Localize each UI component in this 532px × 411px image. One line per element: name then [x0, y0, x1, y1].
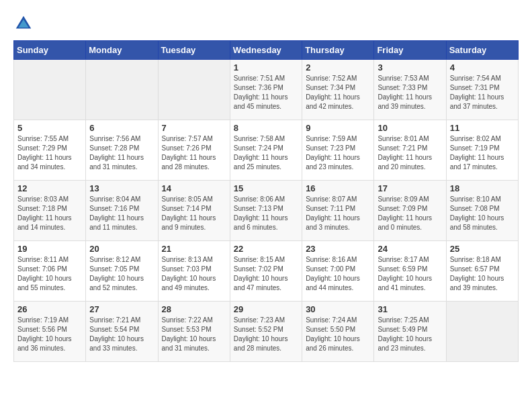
calendar-cell: 28Sunrise: 7:22 AM Sunset: 5:53 PM Dayli… [158, 302, 230, 362]
day-info: Sunrise: 7:21 AM Sunset: 5:54 PM Dayligh… [89, 316, 154, 353]
day-number: 24 [378, 244, 442, 254]
logo-icon [13, 13, 34, 34]
calendar-cell: 31Sunrise: 7:25 AM Sunset: 5:49 PM Dayli… [374, 302, 446, 362]
calendar-header-row: SundayMondayTuesdayWednesdayThursdayFrid… [14, 41, 519, 60]
day-number: 19 [17, 244, 82, 254]
calendar-cell: 8Sunrise: 7:58 AM Sunset: 7:24 PM Daylig… [230, 120, 302, 181]
calendar-cell: 16Sunrise: 8:07 AM Sunset: 7:11 PM Dayli… [302, 181, 374, 241]
day-info: Sunrise: 8:11 AM Sunset: 7:06 PM Dayligh… [17, 255, 82, 293]
day-info: Sunrise: 8:15 AM Sunset: 7:02 PM Dayligh… [234, 255, 298, 293]
day-info: Sunrise: 7:54 AM Sunset: 7:31 PM Dayligh… [450, 74, 515, 111]
calendar-cell: 5Sunrise: 7:55 AM Sunset: 7:29 PM Daylig… [14, 120, 86, 181]
header-sunday: Sunday [14, 41, 86, 60]
header-friday: Friday [374, 41, 446, 60]
calendar-cell: 7Sunrise: 7:57 AM Sunset: 7:26 PM Daylig… [158, 120, 230, 181]
day-number: 9 [306, 123, 370, 133]
calendar-cell: 26Sunrise: 7:19 AM Sunset: 5:56 PM Dayli… [14, 302, 86, 362]
day-number: 20 [89, 244, 154, 254]
logo [13, 13, 38, 34]
day-number: 22 [234, 244, 298, 254]
day-info: Sunrise: 7:55 AM Sunset: 7:29 PM Dayligh… [17, 134, 82, 172]
calendar-cell: 19Sunrise: 8:11 AM Sunset: 7:06 PM Dayli… [14, 241, 86, 302]
calendar-cell: 9Sunrise: 7:59 AM Sunset: 7:23 PM Daylig… [302, 120, 374, 181]
day-number: 28 [162, 304, 226, 314]
calendar-week-5: 26Sunrise: 7:19 AM Sunset: 5:56 PM Dayli… [14, 302, 519, 362]
day-info: Sunrise: 7:56 AM Sunset: 7:28 PM Dayligh… [89, 134, 154, 172]
calendar-cell: 30Sunrise: 7:24 AM Sunset: 5:50 PM Dayli… [302, 302, 374, 362]
day-number: 17 [378, 183, 442, 193]
calendar-cell: 15Sunrise: 8:06 AM Sunset: 7:13 PM Dayli… [230, 181, 302, 241]
day-number: 12 [17, 183, 82, 193]
day-number: 25 [450, 244, 515, 254]
day-info: Sunrise: 8:17 AM Sunset: 6:59 PM Dayligh… [378, 255, 442, 293]
header-wednesday: Wednesday [230, 41, 302, 60]
day-number: 2 [306, 62, 370, 73]
calendar-cell: 10Sunrise: 8:01 AM Sunset: 7:21 PM Dayli… [374, 120, 446, 181]
calendar-table: SundayMondayTuesdayWednesdayThursdayFrid… [13, 40, 519, 362]
calendar-cell: 13Sunrise: 8:04 AM Sunset: 7:16 PM Dayli… [86, 181, 158, 241]
calendar-cell: 20Sunrise: 8:12 AM Sunset: 7:05 PM Dayli… [86, 241, 158, 302]
day-number: 30 [306, 304, 370, 314]
calendar-cell [446, 302, 518, 362]
day-number: 5 [17, 123, 82, 133]
day-info: Sunrise: 8:02 AM Sunset: 7:19 PM Dayligh… [450, 134, 515, 172]
day-info: Sunrise: 8:13 AM Sunset: 7:03 PM Dayligh… [162, 255, 226, 293]
calendar-cell: 22Sunrise: 8:15 AM Sunset: 7:02 PM Dayli… [230, 241, 302, 302]
day-number: 8 [234, 123, 298, 133]
day-number: 4 [450, 62, 515, 73]
day-info: Sunrise: 7:24 AM Sunset: 5:50 PM Dayligh… [306, 316, 370, 353]
calendar-cell [158, 60, 230, 120]
day-info: Sunrise: 8:12 AM Sunset: 7:05 PM Dayligh… [89, 255, 154, 293]
day-info: Sunrise: 7:57 AM Sunset: 7:26 PM Dayligh… [162, 134, 226, 172]
calendar-week-3: 12Sunrise: 8:03 AM Sunset: 7:18 PM Dayli… [14, 181, 519, 241]
day-number: 10 [378, 123, 442, 133]
day-info: Sunrise: 8:03 AM Sunset: 7:18 PM Dayligh… [17, 195, 82, 232]
calendar-cell: 12Sunrise: 8:03 AM Sunset: 7:18 PM Dayli… [14, 181, 86, 241]
calendar-cell: 4Sunrise: 7:54 AM Sunset: 7:31 PM Daylig… [446, 60, 518, 120]
day-info: Sunrise: 8:16 AM Sunset: 7:00 PM Dayligh… [306, 255, 370, 293]
calendar-cell: 11Sunrise: 8:02 AM Sunset: 7:19 PM Dayli… [446, 120, 518, 181]
day-number: 13 [89, 183, 154, 193]
calendar-cell: 18Sunrise: 8:10 AM Sunset: 7:08 PM Dayli… [446, 181, 518, 241]
calendar-cell: 21Sunrise: 8:13 AM Sunset: 7:03 PM Dayli… [158, 241, 230, 302]
calendar-cell: 14Sunrise: 8:05 AM Sunset: 7:14 PM Dayli… [158, 181, 230, 241]
day-number: 6 [89, 123, 154, 133]
header-thursday: Thursday [302, 41, 374, 60]
day-info: Sunrise: 7:59 AM Sunset: 7:23 PM Dayligh… [306, 134, 370, 172]
calendar-week-1: 1Sunrise: 7:51 AM Sunset: 7:36 PM Daylig… [14, 60, 519, 120]
day-info: Sunrise: 7:52 AM Sunset: 7:34 PM Dayligh… [306, 74, 370, 111]
calendar-cell: 27Sunrise: 7:21 AM Sunset: 5:54 PM Dayli… [86, 302, 158, 362]
day-info: Sunrise: 7:23 AM Sunset: 5:52 PM Dayligh… [234, 316, 298, 353]
day-info: Sunrise: 8:01 AM Sunset: 7:21 PM Dayligh… [378, 134, 442, 172]
day-info: Sunrise: 7:53 AM Sunset: 7:33 PM Dayligh… [378, 74, 442, 111]
day-info: Sunrise: 8:06 AM Sunset: 7:13 PM Dayligh… [234, 195, 298, 232]
day-info: Sunrise: 8:10 AM Sunset: 7:08 PM Dayligh… [450, 195, 515, 232]
day-info: Sunrise: 7:22 AM Sunset: 5:53 PM Dayligh… [162, 316, 226, 353]
header-monday: Monday [86, 41, 158, 60]
calendar-cell: 29Sunrise: 7:23 AM Sunset: 5:52 PM Dayli… [230, 302, 302, 362]
calendar-cell: 24Sunrise: 8:17 AM Sunset: 6:59 PM Dayli… [374, 241, 446, 302]
calendar-cell: 17Sunrise: 8:09 AM Sunset: 7:09 PM Dayli… [374, 181, 446, 241]
day-number: 31 [378, 304, 442, 314]
calendar-cell: 25Sunrise: 8:18 AM Sunset: 6:57 PM Dayli… [446, 241, 518, 302]
calendar-cell: 1Sunrise: 7:51 AM Sunset: 7:36 PM Daylig… [230, 60, 302, 120]
day-info: Sunrise: 8:04 AM Sunset: 7:16 PM Dayligh… [89, 195, 154, 232]
header-saturday: Saturday [446, 41, 518, 60]
header-tuesday: Tuesday [158, 41, 230, 60]
calendar-week-2: 5Sunrise: 7:55 AM Sunset: 7:29 PM Daylig… [14, 120, 519, 181]
day-number: 15 [234, 183, 298, 193]
day-number: 16 [306, 183, 370, 193]
day-info: Sunrise: 8:07 AM Sunset: 7:11 PM Dayligh… [306, 195, 370, 232]
day-number: 11 [450, 123, 515, 133]
day-number: 23 [306, 244, 370, 254]
day-info: Sunrise: 7:51 AM Sunset: 7:36 PM Dayligh… [234, 74, 298, 111]
calendar-cell: 6Sunrise: 7:56 AM Sunset: 7:28 PM Daylig… [86, 120, 158, 181]
day-info: Sunrise: 8:05 AM Sunset: 7:14 PM Dayligh… [162, 195, 226, 232]
calendar-cell: 2Sunrise: 7:52 AM Sunset: 7:34 PM Daylig… [302, 60, 374, 120]
calendar-cell [14, 60, 86, 120]
day-number: 27 [89, 304, 154, 314]
day-number: 14 [162, 183, 226, 193]
calendar-week-4: 19Sunrise: 8:11 AM Sunset: 7:06 PM Dayli… [14, 241, 519, 302]
day-info: Sunrise: 7:25 AM Sunset: 5:49 PM Dayligh… [378, 316, 442, 353]
day-number: 29 [234, 304, 298, 314]
